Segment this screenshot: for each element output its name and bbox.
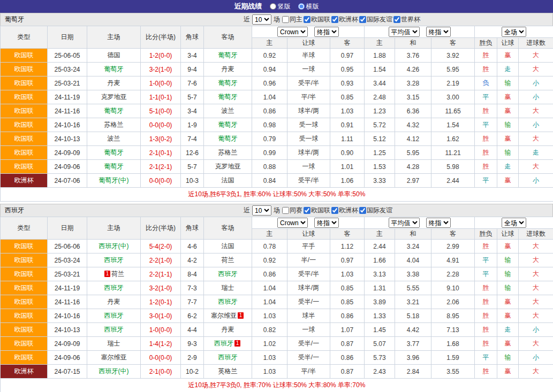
league-filter-3-checkbox[interactable] (393, 16, 400, 23)
league-filter-1[interactable]: 欧洲杯 (331, 15, 358, 24)
league-filter-1-checkbox[interactable] (331, 207, 338, 214)
league-filter-1-checkbox[interactable] (331, 16, 338, 23)
away-odds: 0.93 (330, 76, 365, 90)
away-odds: 0.90 (330, 146, 365, 160)
column-subheader: 客 (330, 229, 365, 240)
column-subheader: 客 (431, 229, 475, 240)
header-select[interactable]: 平均值 (389, 218, 420, 228)
avg-draw-odds: 4.42 (395, 323, 431, 337)
league-filter-0[interactable]: 欧国联 (304, 15, 330, 24)
match-date: 24-11-16 (48, 104, 87, 118)
goals-flag: 小 (519, 76, 553, 90)
header-select[interactable]: 终指 (426, 27, 451, 37)
away-odds: 0.85 (330, 90, 365, 104)
handicap-result-flag: 赢 (497, 309, 519, 323)
goals-flag: 大 (519, 49, 553, 63)
team-section-0: 葡萄牙近10场同主欧国联欧洲杯国际友谊世界杯类型日期主场比分(半场)角球客场Cr… (0, 13, 553, 202)
corner-count: 7-4 (181, 132, 204, 146)
home-odds: 0.86 (252, 267, 287, 281)
result-flag: 胜 (475, 146, 497, 160)
avg-home-odds: 1.33 (365, 309, 395, 323)
home-odds: 1.04 (252, 295, 287, 309)
header-select[interactable]: 终指 (426, 218, 451, 228)
result-flag: 负 (475, 76, 497, 90)
away-team: 克罗地亚 (204, 160, 252, 174)
match-score: 1-4(1-2) (141, 337, 181, 351)
match-type: 欧国联 (1, 118, 48, 132)
header-select[interactable]: Crown (277, 27, 308, 37)
avg-draw-odds: 4.26 (395, 63, 431, 76)
header-select[interactable]: 终指 (314, 27, 339, 37)
header-select[interactable]: 全场 (502, 218, 526, 228)
match-date: 25-03-24 (48, 63, 87, 76)
match-date: 24-07-06 (48, 174, 87, 188)
handicap-result-flag: 走 (497, 323, 519, 337)
home-odds: 0.88 (252, 160, 287, 174)
match-score: 1-2(0-1) (141, 295, 181, 309)
corner-count: 3-4 (181, 49, 204, 63)
result-flag: 胜 (475, 337, 497, 351)
handicap-result-flag: 输 (497, 118, 519, 132)
avg-away-odds: 2.06 (431, 295, 475, 309)
same-filter-checkbox[interactable] (282, 207, 289, 214)
team-section-1: 西班牙近10场同赛欧国联欧洲杯国际友谊类型日期主场比分(半场)角球客场Crown… (0, 204, 553, 392)
layout-vertical-option[interactable]: 竖版 (270, 2, 291, 11)
avg-draw-odds: 3.76 (395, 49, 431, 63)
avg-away-odds: 11.65 (431, 104, 475, 118)
same-filter[interactable]: 同主 (282, 15, 302, 24)
layout-horizontal-option[interactable]: 横版 (298, 2, 319, 11)
league-filter-3[interactable]: 世界杯 (393, 15, 420, 24)
match-score: 3-2(1-0) (141, 63, 181, 76)
league-filter-2-checkbox[interactable] (359, 207, 366, 214)
header-select[interactable]: 终指 (314, 218, 339, 228)
league-filter-2-checkbox[interactable] (359, 16, 366, 23)
league-filter-2[interactable]: 国际友谊 (359, 206, 392, 215)
corner-count: 1-9 (181, 118, 204, 132)
avg-draw-odds: 4.32 (395, 118, 431, 132)
header-select[interactable]: 平均值 (389, 27, 420, 37)
handicap-result-flag: 输 (497, 146, 519, 160)
avg-home-odds: 3.33 (365, 174, 395, 188)
goals-flag: 大 (519, 63, 553, 76)
same-filter[interactable]: 同赛 (282, 206, 302, 215)
league-filter-0[interactable]: 欧国联 (304, 206, 330, 215)
match-date: 24-10-16 (48, 309, 87, 323)
handicap-line: 平/半 (287, 365, 330, 379)
match-count-select[interactable]: 10 (252, 205, 271, 216)
league-filter-1[interactable]: 欧洲杯 (331, 206, 358, 215)
team-label: 苏格兰 (218, 149, 238, 156)
match-count-select[interactable]: 10 (252, 14, 271, 25)
header-select[interactable]: Crown (277, 218, 308, 228)
same-filter-checkbox[interactable] (282, 16, 289, 23)
avg-away-odds: 7.13 (431, 323, 475, 337)
horizontal-radio[interactable] (298, 3, 305, 10)
away-team: 丹麦 (204, 323, 252, 337)
home-odds: 1.03 (252, 365, 287, 379)
vertical-radio[interactable] (270, 3, 276, 10)
table-row: 欧国联24-11-19西班牙3-2(1-0)7-3瑞士1.04球半/两0.851… (1, 281, 553, 295)
league-filter-0-checkbox[interactable] (304, 16, 310, 23)
header-select-group-2: 全场 (475, 217, 553, 229)
away-team: 荷兰 (204, 253, 252, 267)
league-filter-2[interactable]: 国际友谊 (359, 15, 392, 24)
corner-count: 3-4 (181, 104, 204, 118)
match-score: 1-0(0-0) (141, 76, 181, 90)
away-team: 西班牙1 (204, 337, 252, 351)
table-row: 欧国联24-10-16西班牙3-0(1-0)6-2塞尔维亚11.03球半0.86… (1, 309, 553, 323)
handicap-result-flag: 输 (497, 76, 519, 90)
match-score: 1-2(0-0) (141, 49, 181, 63)
handicap-result-flag: 赢 (497, 295, 519, 309)
league-filter-0-checkbox[interactable] (304, 207, 310, 214)
column-subheader: 客 (330, 38, 365, 49)
avg-away-odds: 3.55 (431, 365, 475, 379)
avg-draw-odds: 2.84 (395, 365, 431, 379)
match-type: 欧国联 (1, 240, 48, 253)
column-subheader: 让球 (497, 38, 519, 49)
result-flag: 胜 (475, 160, 497, 174)
away-odds: 0.86 (330, 351, 365, 365)
handicap-result-flag: 赢 (497, 174, 519, 188)
match-score: 3-2(1-0) (141, 281, 181, 295)
handicap-line: 一球 (287, 323, 330, 337)
match-type: 欧洲杯 (1, 174, 48, 188)
header-select[interactable]: 全场 (502, 27, 526, 37)
